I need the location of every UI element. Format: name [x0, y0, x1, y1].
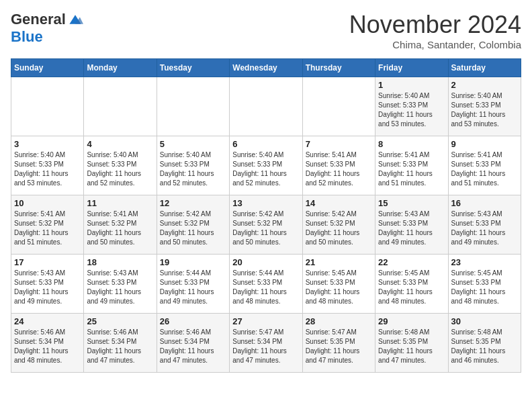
location: Chima, Santander, Colombia [349, 39, 521, 50]
day-number: 12 [160, 198, 226, 208]
calendar-header-row: SundayMondayTuesdayWednesdayThursdayFrid… [11, 59, 521, 77]
calendar-cell: 8Sunrise: 5:41 AM Sunset: 5:33 PM Daylig… [375, 136, 448, 195]
day-info: Sunrise: 5:48 AM Sunset: 5:35 PM Dayligh… [378, 328, 445, 365]
page-header: General Blue November 2024 Chima, Santan… [11, 11, 521, 50]
weekday-header: Sunday [11, 59, 84, 77]
day-number: 22 [378, 257, 445, 267]
day-info: Sunrise: 5:47 AM Sunset: 5:35 PM Dayligh… [306, 328, 372, 365]
day-info: Sunrise: 5:40 AM Sunset: 5:33 PM Dayligh… [160, 150, 226, 188]
calendar-cell: 9Sunrise: 5:41 AM Sunset: 5:33 PM Daylig… [448, 136, 521, 195]
calendar-cell [230, 77, 302, 136]
day-info: Sunrise: 5:47 AM Sunset: 5:34 PM Dayligh… [232, 328, 299, 365]
day-info: Sunrise: 5:41 AM Sunset: 5:33 PM Dayligh… [378, 150, 445, 188]
weekday-header: Wednesday [230, 59, 302, 77]
calendar-cell: 24Sunrise: 5:46 AM Sunset: 5:34 PM Dayli… [11, 314, 84, 373]
calendar-cell: 21Sunrise: 5:45 AM Sunset: 5:33 PM Dayli… [302, 255, 375, 314]
day-info: Sunrise: 5:41 AM Sunset: 5:32 PM Dayligh… [87, 210, 153, 247]
day-number: 21 [306, 257, 372, 267]
calendar-cell [302, 77, 375, 136]
day-info: Sunrise: 5:43 AM Sunset: 5:33 PM Dayligh… [451, 210, 518, 247]
calendar-cell: 20Sunrise: 5:44 AM Sunset: 5:33 PM Dayli… [230, 255, 302, 314]
calendar-cell: 15Sunrise: 5:43 AM Sunset: 5:33 PM Dayli… [375, 195, 448, 255]
calendar-cell: 30Sunrise: 5:48 AM Sunset: 5:35 PM Dayli… [448, 314, 521, 373]
logo-icon [67, 13, 83, 26]
day-info: Sunrise: 5:40 AM Sunset: 5:33 PM Dayligh… [232, 150, 299, 188]
day-number: 30 [451, 316, 518, 326]
day-number: 11 [87, 198, 153, 208]
calendar-cell: 19Sunrise: 5:44 AM Sunset: 5:33 PM Dayli… [157, 255, 229, 314]
calendar-cell: 25Sunrise: 5:46 AM Sunset: 5:34 PM Dayli… [84, 314, 157, 373]
day-number: 29 [378, 316, 445, 326]
calendar-cell: 16Sunrise: 5:43 AM Sunset: 5:33 PM Dayli… [448, 195, 521, 255]
day-info: Sunrise: 5:42 AM Sunset: 5:32 PM Dayligh… [232, 210, 299, 247]
day-info: Sunrise: 5:48 AM Sunset: 5:35 PM Dayligh… [451, 328, 518, 365]
day-info: Sunrise: 5:46 AM Sunset: 5:34 PM Dayligh… [160, 328, 226, 365]
calendar-cell: 14Sunrise: 5:42 AM Sunset: 5:32 PM Dayli… [302, 195, 375, 255]
weekday-header: Friday [375, 59, 448, 77]
calendar-cell: 1Sunrise: 5:40 AM Sunset: 5:33 PM Daylig… [375, 77, 448, 136]
month-title: November 2024 [349, 11, 521, 39]
calendar-cell: 18Sunrise: 5:43 AM Sunset: 5:33 PM Dayli… [84, 255, 157, 314]
calendar-week-row: 1Sunrise: 5:40 AM Sunset: 5:33 PM Daylig… [11, 77, 521, 136]
day-info: Sunrise: 5:46 AM Sunset: 5:34 PM Dayligh… [87, 328, 153, 365]
day-number: 23 [451, 257, 518, 267]
title-block: November 2024 Chima, Santander, Colombia [349, 11, 521, 50]
calendar-cell [84, 77, 157, 136]
day-info: Sunrise: 5:41 AM Sunset: 5:33 PM Dayligh… [306, 150, 372, 188]
logo-blue: Blue [11, 28, 43, 45]
day-info: Sunrise: 5:43 AM Sunset: 5:33 PM Dayligh… [87, 269, 153, 306]
calendar-cell: 7Sunrise: 5:41 AM Sunset: 5:33 PM Daylig… [302, 136, 375, 195]
day-info: Sunrise: 5:41 AM Sunset: 5:32 PM Dayligh… [14, 210, 81, 247]
day-number: 5 [160, 139, 226, 149]
day-info: Sunrise: 5:45 AM Sunset: 5:33 PM Dayligh… [378, 269, 445, 306]
day-number: 15 [378, 198, 445, 208]
day-number: 16 [451, 198, 518, 208]
calendar-week-row: 17Sunrise: 5:43 AM Sunset: 5:33 PM Dayli… [11, 255, 521, 314]
calendar-cell: 10Sunrise: 5:41 AM Sunset: 5:32 PM Dayli… [11, 195, 84, 255]
calendar-cell: 6Sunrise: 5:40 AM Sunset: 5:33 PM Daylig… [230, 136, 302, 195]
calendar-cell: 11Sunrise: 5:41 AM Sunset: 5:32 PM Dayli… [84, 195, 157, 255]
day-number: 28 [306, 316, 372, 326]
day-info: Sunrise: 5:44 AM Sunset: 5:33 PM Dayligh… [160, 269, 226, 306]
day-number: 6 [232, 139, 299, 149]
calendar-cell: 27Sunrise: 5:47 AM Sunset: 5:34 PM Dayli… [230, 314, 302, 373]
day-info: Sunrise: 5:45 AM Sunset: 5:33 PM Dayligh… [306, 269, 372, 306]
day-info: Sunrise: 5:42 AM Sunset: 5:32 PM Dayligh… [306, 210, 372, 247]
day-number: 24 [14, 316, 81, 326]
day-number: 13 [232, 198, 299, 208]
day-info: Sunrise: 5:40 AM Sunset: 5:33 PM Dayligh… [378, 91, 445, 129]
day-number: 25 [87, 316, 153, 326]
day-info: Sunrise: 5:40 AM Sunset: 5:33 PM Dayligh… [451, 91, 518, 129]
logo-general: General [11, 11, 66, 28]
calendar-table: SundayMondayTuesdayWednesdayThursdayFrid… [11, 58, 521, 373]
day-number: 10 [14, 198, 81, 208]
day-number: 26 [160, 316, 226, 326]
day-number: 18 [87, 257, 153, 267]
day-number: 4 [87, 139, 153, 149]
day-number: 9 [451, 139, 518, 149]
calendar-cell: 29Sunrise: 5:48 AM Sunset: 5:35 PM Dayli… [375, 314, 448, 373]
day-info: Sunrise: 5:42 AM Sunset: 5:32 PM Dayligh… [160, 210, 226, 247]
calendar-cell [11, 77, 84, 136]
day-number: 19 [160, 257, 226, 267]
calendar-cell: 28Sunrise: 5:47 AM Sunset: 5:35 PM Dayli… [302, 314, 375, 373]
day-info: Sunrise: 5:40 AM Sunset: 5:33 PM Dayligh… [14, 150, 81, 188]
day-info: Sunrise: 5:44 AM Sunset: 5:33 PM Dayligh… [232, 269, 299, 306]
day-number: 27 [232, 316, 299, 326]
day-info: Sunrise: 5:43 AM Sunset: 5:33 PM Dayligh… [378, 210, 445, 247]
weekday-header: Tuesday [157, 59, 229, 77]
calendar-cell: 4Sunrise: 5:40 AM Sunset: 5:33 PM Daylig… [84, 136, 157, 195]
calendar-week-row: 3Sunrise: 5:40 AM Sunset: 5:33 PM Daylig… [11, 136, 521, 195]
weekday-header: Saturday [448, 59, 521, 77]
day-number: 8 [378, 139, 445, 149]
calendar-cell [157, 77, 229, 136]
day-info: Sunrise: 5:46 AM Sunset: 5:34 PM Dayligh… [14, 328, 81, 365]
weekday-header: Thursday [302, 59, 375, 77]
logo: General Blue [11, 11, 83, 46]
calendar-cell: 13Sunrise: 5:42 AM Sunset: 5:32 PM Dayli… [230, 195, 302, 255]
calendar-cell: 26Sunrise: 5:46 AM Sunset: 5:34 PM Dayli… [157, 314, 229, 373]
calendar-cell: 17Sunrise: 5:43 AM Sunset: 5:33 PM Dayli… [11, 255, 84, 314]
day-info: Sunrise: 5:41 AM Sunset: 5:33 PM Dayligh… [451, 150, 518, 188]
calendar-cell: 23Sunrise: 5:45 AM Sunset: 5:33 PM Dayli… [448, 255, 521, 314]
day-number: 2 [451, 80, 518, 90]
